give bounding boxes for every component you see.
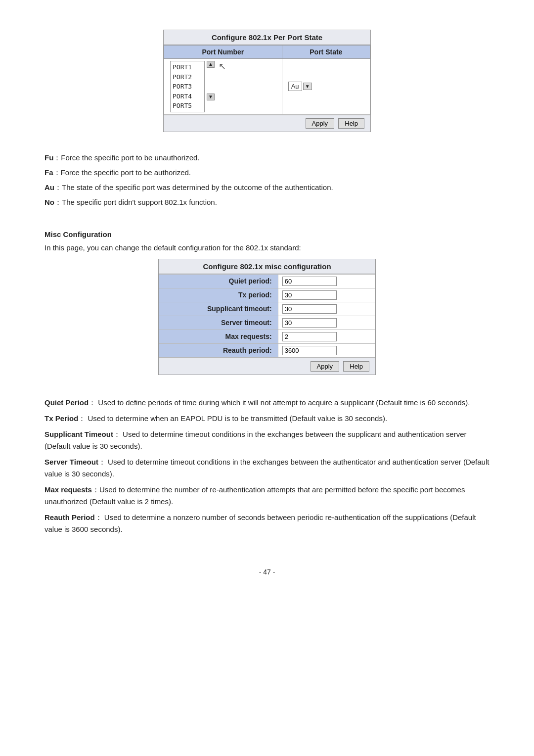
value-supplicant-timeout xyxy=(278,302,375,316)
term-supplicant-timeout: Supplicant Timeout xyxy=(44,430,113,438)
misc-row-server: Server timeout: xyxy=(159,316,375,330)
cursor-icon: ↖ xyxy=(219,61,226,72)
port-state-config-wrapper: Configure 802.1x Per Port State Port Num… xyxy=(163,30,371,132)
value-reauth-period xyxy=(278,343,375,357)
misc-table-title: Configure 802.1x misc configuration xyxy=(159,259,375,274)
misc-desc-server: Server Timeout： Used to determine timeou… xyxy=(44,456,490,480)
port-list[interactable]: PORT1PORT2PORT3PORT4PORT5 xyxy=(170,61,205,112)
misc-config-wrapper: Configure 802.1x misc configuration Quie… xyxy=(158,259,376,375)
port-select-wrapper: PORT1PORT2PORT3PORT4PORT5 ▲ ▼ ↖ xyxy=(170,61,276,112)
misc-row-supplicant: Supplicant timeout: xyxy=(159,302,375,316)
term-fu: Fu xyxy=(44,153,53,162)
misc-row-quiet: Quiet period: xyxy=(159,274,375,288)
label-supplicant-timeout: Supplicant timeout: xyxy=(159,302,278,316)
misc-row-tx: Tx period: xyxy=(159,288,375,302)
input-quiet-period[interactable] xyxy=(282,277,337,286)
port-state-cell: Au ▼ xyxy=(282,59,370,115)
misc-table: Quiet period: Tx period: Supplicant time… xyxy=(159,274,375,358)
misc-descriptions: Quiet Period： Used to define periods of … xyxy=(44,397,490,539)
term-au: Au xyxy=(44,183,54,191)
misc-help-button[interactable]: Help xyxy=(343,361,369,372)
label-quiet-period: Quiet period: xyxy=(159,274,278,288)
term-server-timeout: Server Timeout xyxy=(44,458,98,466)
term-tx-period: Tx Period xyxy=(44,414,78,423)
misc-row-reauth: Reauth period: xyxy=(159,343,375,357)
misc-desc-max: Max requests：Used to determine the numbe… xyxy=(44,484,490,508)
desc-fu: Fu：Force the specific port to be unautho… xyxy=(44,152,490,164)
port-state-table: Port Number Port State PORT1PORT2PORT3PO… xyxy=(164,45,370,115)
term-max-requests: Max requests xyxy=(44,485,92,494)
port-state-help-button[interactable]: Help xyxy=(338,118,364,129)
misc-desc-quiet: Quiet Period： Used to define periods of … xyxy=(44,397,490,409)
desc-fa: Fa：Force the specific port to be authori… xyxy=(44,167,490,179)
port-row: PORT1PORT2PORT3PORT4PORT5 ▲ ▼ ↖ Au xyxy=(164,59,370,115)
desc-au: Au：The state of the specific port was de… xyxy=(44,182,490,193)
misc-heading: Misc Configuration xyxy=(44,230,490,238)
port-state-apply-button[interactable]: Apply xyxy=(306,118,335,129)
term-reauth-period: Reauth Period xyxy=(44,513,95,521)
misc-action-row: Apply Help xyxy=(159,358,375,375)
label-max-requests: Max requests: xyxy=(159,330,278,343)
term-no: No xyxy=(44,198,54,206)
port-list-cell: PORT1PORT2PORT3PORT4PORT5 ▲ ▼ ↖ xyxy=(164,59,282,115)
label-tx-period: Tx period: xyxy=(159,288,278,302)
port-state-table-title: Configure 802.1x Per Port State xyxy=(164,30,370,45)
port-state-select: Au ▼ xyxy=(288,82,364,91)
value-max-requests xyxy=(278,330,375,343)
input-tx-period[interactable] xyxy=(282,290,337,300)
col-port-state: Port State xyxy=(282,46,370,59)
misc-desc-supplicant: Supplicant Timeout： Used to determine ti… xyxy=(44,428,490,452)
scroll-up-arrow[interactable]: ▲ xyxy=(207,61,215,68)
port-scrollbar: ▲ ▼ xyxy=(207,61,215,100)
value-quiet-period xyxy=(278,274,375,288)
input-reauth-period[interactable] xyxy=(282,346,337,355)
misc-desc-tx: Tx Period： Used to determine when an EAP… xyxy=(44,413,490,425)
misc-row-max: Max requests: xyxy=(159,330,375,343)
input-server-timeout[interactable] xyxy=(282,318,337,328)
value-tx-period xyxy=(278,288,375,302)
page-number: - 47 - xyxy=(259,568,275,576)
value-server-timeout xyxy=(278,316,375,330)
term-quiet-period: Quiet Period xyxy=(44,398,89,407)
label-reauth-period: Reauth period: xyxy=(159,343,278,357)
port-state-value: Au xyxy=(288,82,302,91)
port-state-dropdown-arrow[interactable]: ▼ xyxy=(303,83,312,90)
port-state-descriptions: Fu：Force the specific port to be unautho… xyxy=(44,152,490,211)
col-port-number: Port Number xyxy=(164,46,282,59)
desc-no: No：The specific port didn't support 802.… xyxy=(44,196,490,208)
misc-desc-reauth: Reauth Period： Used to determine a nonze… xyxy=(44,512,490,535)
input-supplicant-timeout[interactable] xyxy=(282,304,337,314)
input-max-requests[interactable] xyxy=(282,332,337,341)
label-server-timeout: Server timeout: xyxy=(159,316,278,330)
scroll-down-arrow[interactable]: ▼ xyxy=(207,94,215,100)
misc-section: Misc Configuration In this page, you can… xyxy=(44,220,490,259)
term-fa: Fa xyxy=(44,168,53,177)
misc-apply-button[interactable]: Apply xyxy=(311,361,340,372)
port-state-action-row: Apply Help xyxy=(164,115,370,132)
misc-intro: In this page, you can change the default… xyxy=(44,243,490,252)
